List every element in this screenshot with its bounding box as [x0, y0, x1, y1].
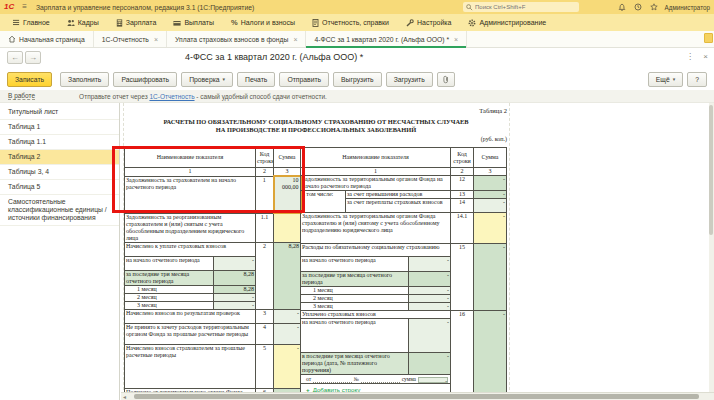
chevron-down-icon: ▾	[673, 76, 676, 82]
form-menu-dots-icon[interactable]: ⋮	[686, 53, 694, 61]
history-icon[interactable]	[634, 3, 642, 11]
notifications-icon[interactable]	[618, 3, 626, 11]
cell-row2-sum[interactable]: 8,28	[274, 242, 301, 309]
row5-label: Начислено взносов страхователем за прошл…	[125, 344, 256, 388]
payment-sum-field[interactable]: -	[418, 377, 448, 383]
tab-overflow-button[interactable]	[704, 33, 713, 43]
global-search[interactable]	[463, 2, 579, 12]
save-button[interactable]: Записать	[7, 72, 52, 87]
form-toolbar: Записать Заполнить Расшифровать Проверка…	[0, 68, 714, 90]
tab-1c-otchetnost[interactable]: 1С-Отчетность ×	[94, 31, 167, 47]
help-button[interactable]: ?	[687, 72, 707, 87]
menu-item-kadry[interactable]: Кадры	[67, 19, 99, 27]
sidebar-item-title-page[interactable]: Титульный лист	[0, 105, 119, 120]
sidebar-item-tables3-4[interactable]: Таблицы 3, 4	[0, 165, 119, 180]
cell-row1-1-sum[interactable]	[274, 213, 301, 242]
decode-button[interactable]: Расшифровать	[113, 72, 177, 87]
menu-item-administrirovanie[interactable]: Администрирование	[468, 19, 546, 27]
1c-reporting-link[interactable]: 1С-Отчетность	[149, 93, 194, 100]
status-hint: Отправьте отчет через 1С-Отчетность - са…	[79, 93, 327, 100]
tab-home[interactable]: Начальная страница	[0, 31, 94, 47]
selected-cell-row1-sum[interactable]: 10 000,00	[274, 176, 301, 213]
horizontal-scroll-thumb[interactable]	[134, 394, 699, 399]
vertical-scrollbar[interactable]	[709, 103, 714, 392]
tab-4fss-active[interactable]: 4-ФСС за 1 квартал 2020 г. (Альфа ООО) *…	[306, 31, 467, 47]
row16-label: Уплачено страховых взносов	[301, 311, 451, 319]
forward-button[interactable]: →	[25, 51, 41, 64]
cell-row16-begin[interactable]: -	[409, 319, 451, 353]
sidebar-item-table5[interactable]: Таблица 5	[0, 180, 119, 195]
row13-label: за счет превышения расходов	[346, 191, 451, 199]
close-icon[interactable]: ×	[293, 36, 297, 43]
print-button[interactable]: Печать	[237, 72, 275, 87]
cell-row2-m2[interactable]: -	[214, 293, 256, 301]
cell-row2-m1[interactable]: 8,28	[214, 285, 256, 293]
more-button[interactable]: Ещё▾	[648, 72, 683, 87]
favorites-icon[interactable]	[650, 3, 658, 11]
menu-item-zarplata[interactable]: Зарплата	[116, 19, 157, 27]
cell-row16-sum[interactable]: -	[474, 311, 507, 400]
sidebar-item-table1[interactable]: Таблица 1	[0, 120, 119, 135]
status-state-link[interactable]: В работе	[8, 92, 35, 100]
vertical-scroll-thumb[interactable]	[709, 105, 713, 235]
cell-row4-sum[interactable]: -	[274, 323, 301, 344]
cell-row2-begin[interactable]: -	[214, 256, 256, 270]
menu-item-nalogi[interactable]: % Налоги и взносы	[231, 19, 295, 26]
current-user[interactable]: Администратор	[665, 4, 710, 11]
sidebar-item-class-units[interactable]: Самостоятельные классификационные единиц…	[0, 195, 119, 226]
scroll-left-arrow-icon[interactable]: ◂	[123, 393, 126, 400]
export-button[interactable]: Выгрузить	[333, 72, 382, 87]
row1-label: Задолженность за страхователем на начало…	[125, 176, 256, 213]
cell-row15-m1[interactable]: -	[409, 287, 451, 295]
fill-button[interactable]: Заполнить	[60, 72, 109, 87]
cell-row15-m2[interactable]: -	[409, 295, 451, 303]
cell-row13-sum[interactable]: -	[474, 191, 507, 199]
cell-row5-sum[interactable]: -	[274, 344, 301, 388]
payment-number-field[interactable]	[361, 377, 400, 383]
table2-left: Наименование показателя Код строки Сумма…	[124, 147, 302, 400]
cell-row16-last3[interactable]: -	[409, 353, 451, 375]
cell-row2-m3[interactable]: -	[214, 301, 256, 309]
chevron-down-icon: ▾	[223, 76, 226, 82]
close-icon[interactable]: ×	[154, 36, 158, 43]
cell-row2-last3[interactable]: 8,28	[214, 270, 256, 285]
form-close-icon[interactable]: ×	[703, 53, 708, 61]
tab-uplata-vznosov[interactable]: Уплата страховых взносов в фонды ×	[167, 31, 306, 47]
search-input[interactable]	[475, 4, 576, 10]
close-icon[interactable]: ×	[454, 36, 458, 43]
main-menu-icon[interactable]: ≡	[22, 3, 27, 11]
menu-item-vyplaty[interactable]: Выплаты	[173, 19, 214, 27]
sidebar-item-table2[interactable]: Таблица 2	[0, 150, 119, 165]
cell-row3-sum[interactable]: -	[274, 309, 301, 323]
horizontal-scrollbar[interactable]: ◂	[121, 392, 714, 400]
import-button[interactable]: Загрузить	[386, 72, 433, 87]
cell-row14-sum[interactable]: -	[474, 199, 507, 213]
cell-row15-m3[interactable]: -	[409, 303, 451, 311]
menu-item-nastroyka[interactable]: Настройка	[406, 19, 451, 27]
menu-item-glavnoe[interactable]: Главное	[13, 19, 50, 26]
cell-row15-begin[interactable]: -	[409, 257, 451, 272]
section-list: Титульный лист Таблица 1 Таблица 1.1 Таб…	[0, 103, 120, 400]
report-sheet: Таблица 2 РАСЧЕТЫ ПО ОБЯЗАТЕЛЬНОМУ СОЦИА…	[121, 103, 714, 400]
search-icon	[466, 4, 473, 11]
cell-row15-last3[interactable]: -	[409, 272, 451, 287]
sidebar-item-table1-1[interactable]: Таблица 1.1	[0, 135, 119, 150]
back-button[interactable]: ←	[7, 51, 23, 64]
attachments-button[interactable]	[437, 72, 455, 87]
report-icon	[312, 19, 319, 27]
col-header-name: Наименование показателя	[125, 148, 256, 168]
tab-bar: Начальная страница 1С-Отчетность × Уплат…	[0, 31, 714, 48]
cell-row12-sum[interactable]: -	[474, 176, 507, 191]
cell-row14-1-sum[interactable]: -	[474, 213, 507, 244]
home-icon	[8, 35, 16, 43]
menu-bar: Главное Кадры Зарплата Выплаты % Налоги …	[0, 14, 714, 31]
check-button[interactable]: Проверка▾	[181, 72, 233, 87]
report-status-bar: В работе Отправьте отчет через 1С-Отчетн…	[0, 90, 714, 103]
1c-logo: 1С	[4, 0, 14, 14]
send-button[interactable]: Отправить	[279, 72, 329, 87]
payment-date-field[interactable]	[313, 377, 352, 383]
row3-label: Начислено взносов по результатам проверо…	[125, 309, 256, 323]
people-icon	[67, 19, 75, 27]
menu-item-otchetnost[interactable]: Отчетность, справки	[312, 19, 389, 27]
cell-row15-sum[interactable]: -	[474, 244, 507, 311]
